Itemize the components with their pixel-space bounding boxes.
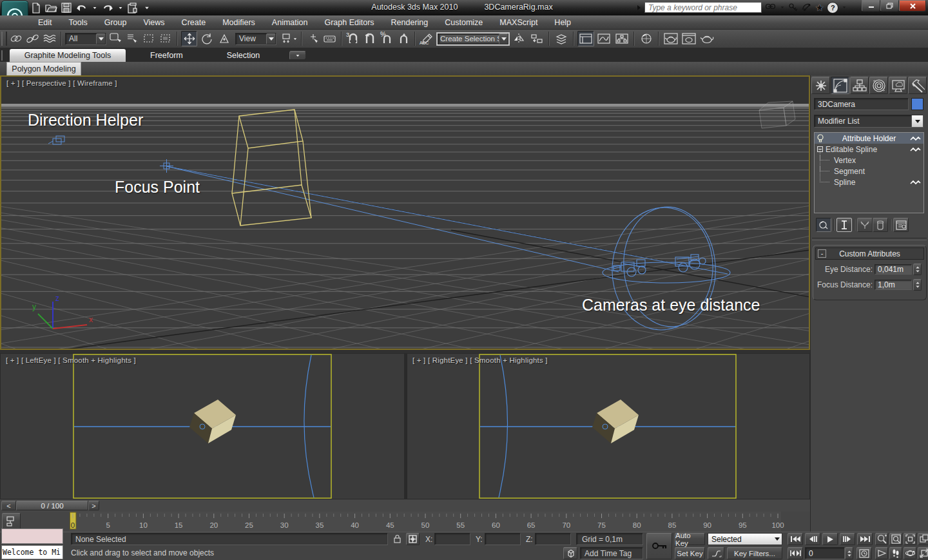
menu-group[interactable]: Group: [96, 16, 135, 29]
reference-coordinate-combo[interactable]: View: [235, 33, 276, 45]
selection-lock-icon[interactable]: [391, 533, 403, 545]
viewport-lefteye[interactable]: [ + ] [ LeftEye ] [ Smooth + Highlights …: [0, 353, 405, 499]
menu-edit[interactable]: Edit: [30, 16, 61, 29]
lightbulb-icon[interactable]: [817, 134, 824, 143]
make-unique-button[interactable]: [857, 218, 873, 232]
menu-help[interactable]: Help: [546, 16, 579, 29]
ribbon-minimize-button[interactable]: [289, 51, 306, 60]
menu-maxscript[interactable]: MAXScript: [491, 16, 546, 29]
stack-segment[interactable]: Segment: [815, 166, 923, 177]
tab-selection[interactable]: Selection: [208, 49, 279, 62]
go-to-start-button[interactable]: [788, 533, 803, 545]
add-time-tag-field[interactable]: Add Time Tag: [580, 547, 643, 559]
set-keys-button[interactable]: [646, 533, 672, 559]
key-mode-dropdown[interactable]: Selected: [708, 533, 782, 545]
save-file-icon[interactable]: [61, 3, 72, 13]
viewport-perspective-label[interactable]: [ + ] [ Perspective ] [ Wireframe ]: [6, 79, 117, 87]
open-file-icon[interactable]: [45, 3, 57, 13]
timeline-ruler[interactable]: 0510152025303540455055606570758085909510…: [0, 512, 810, 532]
ribbon-grip[interactable]: [1, 50, 7, 61]
new-file-icon[interactable]: [31, 3, 41, 14]
time-configuration-button[interactable]: [856, 547, 872, 559]
window-crossing-toggle-icon[interactable]: [158, 33, 173, 44]
eye-distance-field[interactable]: 0,041m: [875, 264, 912, 275]
search-input[interactable]: Type a keyword or phrase: [644, 2, 762, 13]
keyboard-shortcut-override-icon[interactable]: [322, 33, 338, 44]
align-icon[interactable]: [528, 33, 545, 44]
play-button[interactable]: [822, 533, 838, 545]
render-setup-icon[interactable]: [662, 33, 679, 44]
search-button-icon[interactable]: [765, 3, 777, 12]
viewport-perspective[interactable]: x y z [ + ] [ Perspective ] [ Wireframe …: [0, 75, 810, 350]
stack-editable-spline[interactable]: Editable Spline: [815, 144, 923, 155]
key-filters-button[interactable]: Key Filters...: [727, 547, 782, 559]
default-tangent-button[interactable]: [708, 547, 724, 559]
current-frame-field[interactable]: 0: [805, 547, 845, 559]
viewcube[interactable]: [759, 101, 795, 128]
focus-point-marker[interactable]: [160, 159, 173, 173]
show-end-result-button[interactable]: [836, 218, 852, 232]
bind-to-space-warp-icon[interactable]: [42, 33, 57, 44]
quick-access-overflow-arrow-icon[interactable]: [145, 6, 149, 9]
minimize-button[interactable]: [862, 0, 880, 12]
time-slider-frame-display[interactable]: 0 / 100: [16, 501, 88, 510]
named-selection-set-combo[interactable]: Create Selection Se: [437, 33, 509, 45]
viewport-righteye[interactable]: [ + ] [ RightEye ] [ Smooth + Highlights…: [407, 353, 810, 499]
maximize-viewport-toggle-button[interactable]: [918, 547, 928, 559]
menu-modifiers[interactable]: Modifiers: [214, 16, 264, 29]
spinner-snap-toggle-icon[interactable]: [396, 33, 411, 44]
curve-editor-icon[interactable]: [595, 33, 612, 44]
custom-attributes-header[interactable]: - Custom Attributes: [815, 247, 924, 260]
menu-rendering[interactable]: Rendering: [383, 16, 437, 29]
tab-create-icon[interactable]: [811, 77, 830, 94]
tab-modify-icon[interactable]: [831, 77, 849, 94]
tab-hierarchy-icon[interactable]: [850, 77, 869, 94]
zoom-all-button[interactable]: [889, 533, 902, 545]
current-frame-spinner[interactable]: [845, 547, 853, 559]
zoom-extents-button[interactable]: [904, 533, 916, 545]
undo-icon[interactable]: [75, 3, 88, 13]
menu-views[interactable]: Views: [135, 16, 173, 29]
remove-modifier-button[interactable]: [873, 218, 888, 232]
render-production-icon[interactable]: [699, 33, 715, 44]
x-coord-field[interactable]: [434, 533, 470, 545]
stack-attribute-holder[interactable]: Attribute Holder: [815, 133, 923, 144]
z-coord-field[interactable]: [535, 533, 571, 545]
close-button[interactable]: [899, 0, 926, 12]
snaps-toggle-3d-icon[interactable]: 3: [345, 33, 361, 44]
stack-vertex[interactable]: Vertex: [815, 155, 923, 166]
object-name-field[interactable]: 3DCamera: [814, 98, 909, 110]
absolute-offset-toggle-icon[interactable]: [406, 533, 420, 545]
time-slider-prev-button[interactable]: <: [1, 501, 16, 510]
focus-helper-box[interactable]: [232, 110, 311, 226]
maxscript-listener-white[interactable]: Welcome to Mi: [1, 545, 63, 559]
tab-motion-icon[interactable]: [869, 77, 888, 94]
menu-create[interactable]: Create: [173, 16, 215, 29]
search-options-arrow-icon[interactable]: [781, 6, 784, 8]
layer-manager-icon[interactable]: [553, 33, 570, 44]
select-and-manipulate-icon[interactable]: [305, 33, 321, 44]
menu-graph-editors[interactable]: Graph Editors: [316, 16, 382, 29]
modifier-list-arrow[interactable]: [911, 115, 923, 127]
menu-animation[interactable]: Animation: [264, 16, 316, 29]
object-color-swatch[interactable]: [911, 98, 923, 110]
menu-tools[interactable]: Tools: [61, 16, 96, 29]
pivot-flyout-arrow-icon[interactable]: [294, 38, 296, 40]
menu-customize[interactable]: Customize: [436, 16, 491, 29]
selection-filter-combo[interactable]: All: [65, 33, 106, 45]
tab-utilities-icon[interactable]: [908, 77, 927, 94]
mirror-icon[interactable]: [510, 33, 527, 44]
maximize-button[interactable]: [880, 0, 899, 12]
schematic-view-icon[interactable]: [614, 33, 630, 44]
subscription-key-icon[interactable]: [788, 3, 798, 12]
panel-tab-polygon-modeling[interactable]: Polygon Modeling: [6, 62, 81, 75]
edit-named-selection-sets-icon[interactable]: ABC: [419, 33, 436, 44]
walk-through-button[interactable]: [889, 547, 902, 559]
auto-key-button[interactable]: Auto Key: [675, 533, 705, 545]
previous-frame-button[interactable]: [805, 533, 820, 545]
select-object-icon[interactable]: [108, 33, 123, 44]
tab-freeform[interactable]: Freeform: [126, 49, 208, 62]
project-folder-icon[interactable]: [127, 3, 138, 14]
zoom-button[interactable]: [875, 533, 888, 545]
toolbar-grip[interactable]: [1, 32, 7, 46]
